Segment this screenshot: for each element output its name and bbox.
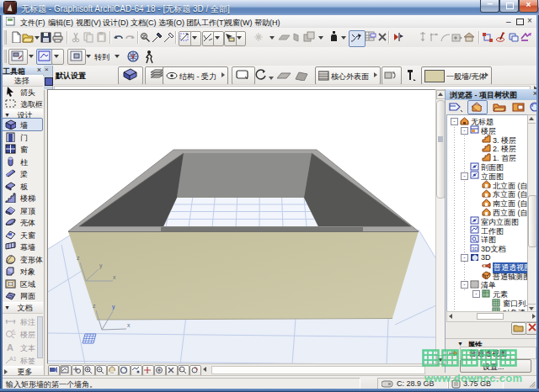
svg-text:x: x (127, 322, 131, 328)
svg-text:x: x (113, 274, 116, 280)
svg-text:A1: A1 (9, 356, 16, 362)
svg-text:z: z (93, 303, 96, 309)
svg-text:y: y (99, 262, 103, 269)
svg-text:3D: 3D (472, 246, 478, 252)
svg-text:A: A (7, 342, 13, 352)
svg-text:12: 12 (13, 331, 16, 336)
svg-text:z: z (77, 255, 80, 261)
svg-text:y: y (112, 304, 115, 310)
